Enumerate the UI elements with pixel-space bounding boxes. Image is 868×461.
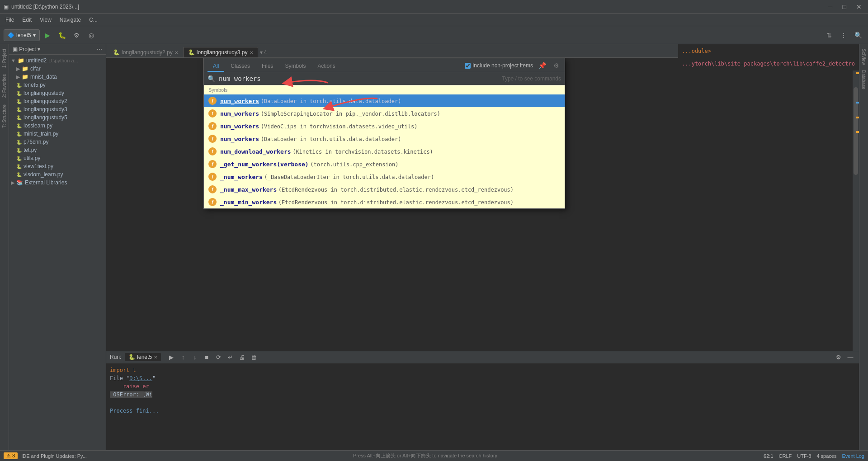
status-warning-badge: ⚠ 3: [4, 452, 18, 459]
sidebar-item-favorites[interactable]: 2: Favorites: [1, 71, 8, 100]
editor-scrollbar[interactable]: [853, 58, 859, 351]
run-up-button[interactable]: ↑: [178, 352, 188, 362]
settings-button[interactable]: ⋮: [837, 29, 850, 42]
close-button[interactable]: ✕: [854, 2, 864, 11]
run-down-button[interactable]: ↓: [190, 352, 200, 362]
run-minimize-button[interactable]: —: [845, 352, 855, 362]
search-tabs: All Classes Files Symbols Actions Includ…: [204, 58, 565, 72]
tree-item-tet[interactable]: 🐍 tet.py: [9, 146, 106, 154]
tab-ll3[interactable]: 🐍 longliangqustudy3.py ✕: [183, 47, 258, 57]
config-name: lenet5: [16, 32, 31, 38]
run-trash-button[interactable]: 🗑: [249, 352, 259, 362]
tab-ll2[interactable]: 🐍 longliangqustudy2.py ✕: [108, 47, 183, 57]
menu-bar: File Edit View Navigate C...: [0, 14, 868, 26]
tab-close-ll2[interactable]: ✕: [175, 50, 178, 55]
tree-item-view1test[interactable]: 🐍 view1test.py: [9, 162, 106, 170]
search-tab-files[interactable]: Files: [256, 61, 278, 72]
run-name-tab[interactable]: 🐍 lenet5 ✕: [125, 353, 161, 361]
maximize-button[interactable]: □: [840, 2, 849, 11]
tree-item-cifar[interactable]: ▶ 📁 cifar: [9, 65, 106, 73]
run-tab-close[interactable]: ✕: [154, 355, 157, 360]
indent-size: 4 spaces: [816, 453, 836, 459]
search-tab-symbols[interactable]: Symbols: [279, 61, 311, 72]
tab-close-ll3[interactable]: ✕: [250, 50, 253, 55]
filter-button[interactable]: ⚙: [552, 61, 561, 70]
search-input-row: 🔍 Type / to see commands: [204, 72, 565, 85]
run-stop-button[interactable]: ■: [202, 352, 212, 362]
run-rerun-button[interactable]: ⟳: [213, 352, 223, 362]
tree-item-visdom[interactable]: 🐍 visdom_learn.py: [9, 170, 106, 179]
search-navigation-hint: Press Alt+向上箭头 or Alt+向下箭头 to navigate t…: [353, 453, 497, 458]
sidebar-item-project[interactable]: 1: Project: [1, 46, 8, 71]
tree-item-minist[interactable]: 🐍 minist_train.py: [9, 130, 106, 138]
menu-code[interactable]: C...: [85, 16, 101, 24]
result-item-5[interactable]: f num_download_workers (Kinetics in torc…: [204, 145, 565, 158]
profile-button[interactable]: ⚙: [71, 29, 83, 42]
tree-item-utils[interactable]: 🐍 utils.py: [9, 154, 106, 162]
result-item-2[interactable]: f num_workers (SimpleScrapingLocator in …: [204, 107, 565, 120]
minimize-button[interactable]: ─: [826, 2, 835, 11]
result-name-8: _num_max_workers (EtcdRendezvous in torc…: [220, 186, 514, 193]
tree-item-p76cnn[interactable]: 🐍 p76cnn.py: [9, 138, 106, 146]
search-tab-actions[interactable]: Actions: [312, 61, 340, 72]
more-tabs-indicator[interactable]: ▾ 4: [258, 47, 269, 57]
search-tab-all[interactable]: All: [208, 61, 224, 72]
debug-button[interactable]: 🐛: [56, 29, 69, 42]
app-icon: ▣: [4, 4, 9, 10]
run-play-button[interactable]: ▶: [166, 352, 176, 362]
result-item-3[interactable]: f num_workers (VideoClips in torchvision…: [204, 120, 565, 132]
coverage-button[interactable]: ◎: [85, 29, 98, 42]
console-line-5: [110, 399, 855, 407]
tree-item-external[interactable]: ▶ 📚 External Libraries: [9, 179, 106, 187]
sidebar-item-structure[interactable]: 7: Structure: [1, 102, 8, 131]
tree-item-lenet5[interactable]: 🐍 lenet5.py: [9, 81, 106, 89]
result-item-8[interactable]: f _num_max_workers (EtcdRendezvous in to…: [204, 183, 565, 196]
tree-item-ll5[interactable]: 🐍 longliangqustudy5: [9, 113, 106, 122]
menu-edit[interactable]: Edit: [19, 16, 35, 24]
project-panel: ▣ Project ▾ ⋯ ▼ 📁 untitled2 D:\python a.…: [9, 44, 106, 450]
editor-content[interactable]: All Classes Files Symbols Actions Includ…: [106, 58, 859, 351]
tree-root-name: untitled2: [26, 57, 47, 64]
run-print-button[interactable]: 🖨: [237, 352, 247, 362]
run-settings-button[interactable]: ⚙: [834, 352, 844, 362]
run-wrap-button[interactable]: ↵: [225, 352, 235, 362]
project-label: ▣ Project ▾: [13, 46, 40, 52]
project-tree: ▼ 📁 untitled2 D:\python a... ▶ 📁 cifar ▶…: [9, 55, 106, 450]
run-button[interactable]: ▶: [42, 29, 54, 42]
cursor-position: 62:1: [764, 453, 773, 459]
tree-item-mnist[interactable]: ▶ 📁 mnist_data: [9, 73, 106, 81]
tree-root[interactable]: ▼ 📁 untitled2 D:\python a...: [9, 56, 106, 65]
search-tab-classes[interactable]: Classes: [225, 61, 255, 72]
include-non-project-checkbox[interactable]: Include non-project items: [465, 62, 533, 69]
tree-item-ll2[interactable]: 🐍 longliangqustudy2: [9, 97, 106, 105]
run-config-dropdown[interactable]: 🔷 lenet5 ▾: [4, 29, 40, 41]
tree-item-ll3[interactable]: 🐍 longliangqustudy3: [9, 105, 106, 113]
result-icon-4: f: [208, 135, 217, 143]
console-content: import t File "D:\S..." raise er OSError…: [106, 363, 859, 450]
pin-button[interactable]: 📌: [537, 61, 548, 70]
result-name-9: _num_min_workers (EtcdRendezvous in torc…: [220, 199, 514, 206]
result-item-4[interactable]: f num_workers (DataLoader in torch.utils…: [204, 132, 565, 145]
result-item-9[interactable]: f _num_min_workers (EtcdRendezvous in to…: [204, 196, 565, 208]
right-tab-database[interactable]: Database: [860, 67, 867, 92]
search-input[interactable]: [219, 75, 498, 82]
color-marker-2: [856, 102, 859, 103]
tree-item-losslearn[interactable]: 🐍 losslearn.py: [9, 122, 106, 130]
right-tab-sciview[interactable]: SciView: [860, 46, 867, 67]
event-log-link[interactable]: Event Log: [842, 453, 864, 459]
result-item-6[interactable]: f _get_num_workers(verbose) (torch.utils…: [204, 158, 565, 170]
menu-view[interactable]: View: [36, 16, 55, 24]
project-options-icon[interactable]: ⋯: [97, 46, 102, 52]
editor-area: 🐍 longliangqustudy2.py ✕ 🐍 longliangqust…: [106, 44, 859, 450]
search-popup: All Classes Files Symbols Actions Includ…: [203, 58, 565, 209]
result-name-4: num_workers (DataLoader in torch.utils.d…: [220, 136, 401, 142]
tree-item-ll1[interactable]: 🐍 longliangqustudy: [9, 89, 106, 97]
menu-navigate[interactable]: Navigate: [56, 16, 85, 24]
console-line-2: File "D:\S...": [110, 374, 855, 382]
menu-file[interactable]: File: [2, 16, 18, 24]
result-item-1[interactable]: f num_workers (DataLoader in torch.utils…: [204, 94, 565, 107]
result-item-7[interactable]: f _num_workers (_BaseDataLoaderIter in t…: [204, 170, 565, 183]
search-everywhere-button[interactable]: 🔍: [852, 29, 864, 42]
console-line-4: OSError: [Wi: [110, 390, 855, 399]
vcs-button[interactable]: ⇅: [823, 29, 835, 42]
